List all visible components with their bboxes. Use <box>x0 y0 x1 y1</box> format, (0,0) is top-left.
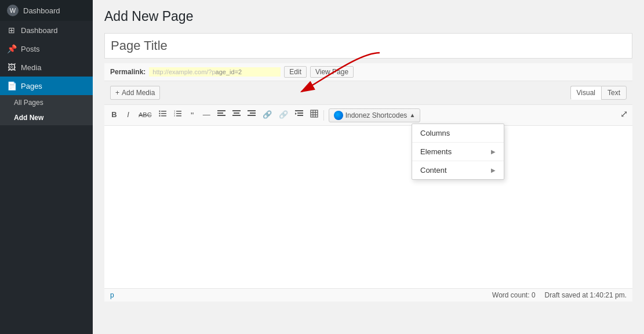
italic-button[interactable]: I <box>122 108 134 122</box>
add-new-label: Add New <box>14 114 43 122</box>
ordered-list-button[interactable]: 123 <box>171 108 185 122</box>
editor-path: p <box>110 291 114 299</box>
sidebar-item-dashboard[interactable]: ⊞ Dashboard <box>0 21 93 39</box>
svg-rect-2 <box>161 115 166 117</box>
sidebar-item-label: Pages <box>21 82 42 90</box>
svg-rect-8 <box>176 115 181 117</box>
svg-marker-24 <box>295 112 297 115</box>
permalink-url: http://example.com/?page_id=2 <box>149 67 281 77</box>
permalink-label: Permalink: <box>110 68 145 76</box>
sidebar-item-label: Media <box>21 63 41 72</box>
sidebar-item-add-new[interactable]: Add New <box>0 110 93 125</box>
strikethrough-button[interactable]: ABC <box>136 109 155 121</box>
sidebar-item-label: Dashboard <box>21 26 58 35</box>
draft-saved-status: Draft saved at 1:40:21 pm. <box>545 291 627 299</box>
svg-rect-25 <box>311 110 318 117</box>
svg-rect-22 <box>297 112 303 114</box>
all-pages-label: All Pages <box>14 99 43 107</box>
sidebar-item-media[interactable]: 🖼 Media <box>0 58 93 77</box>
format-toolbar: B I ABC 123 " — 🔗 🔗 <box>104 105 632 126</box>
dropdown-item-columns[interactable]: Columns <box>412 124 504 142</box>
page-title-input[interactable] <box>104 33 632 59</box>
main-content: Add New Page Permalink: http://example.c… <box>93 0 644 334</box>
media-icon: 🖼 <box>7 63 16 72</box>
svg-rect-6 <box>176 111 181 112</box>
svg-rect-7 <box>176 113 181 114</box>
tab-text[interactable]: Text <box>601 86 627 100</box>
page-title: Add New Page <box>104 9 632 24</box>
tab-visual[interactable]: Visual <box>570 86 601 100</box>
indonez-label: Indonez Shortcodes <box>345 111 407 119</box>
hrule-button[interactable]: — <box>200 108 213 122</box>
word-count: Word count: 0 <box>492 291 536 299</box>
table-button[interactable] <box>307 108 321 122</box>
sidebar-item-pages[interactable]: 📄 Pages <box>0 77 93 95</box>
svg-rect-12 <box>217 110 225 111</box>
path-label[interactable]: p <box>110 291 114 299</box>
align-left-button[interactable] <box>214 108 228 122</box>
expand-editor-button[interactable]: ⤢ <box>620 108 628 119</box>
add-media-icon: + <box>115 89 119 97</box>
bold-button[interactable]: B <box>108 108 121 122</box>
sidebar-submenu-pages: All Pages Add New <box>0 95 93 125</box>
svg-rect-1 <box>161 113 166 114</box>
permalink-view-button[interactable]: View Page <box>310 66 354 78</box>
align-right-button[interactable] <box>245 108 259 122</box>
editor-footer: p Word count: 0 Draft saved at 1:40:21 p… <box>104 288 632 302</box>
svg-rect-23 <box>297 115 303 116</box>
unlink-button[interactable]: 🔗 <box>276 108 291 122</box>
unordered-list-button[interactable] <box>156 108 170 122</box>
columns-label: Columns <box>420 129 450 137</box>
indonez-arrow: ▲ <box>409 112 415 118</box>
pages-icon: 📄 <box>7 81 16 90</box>
sidebar-item-all-pages[interactable]: All Pages <box>0 95 93 110</box>
word-count-label: Word count: <box>492 291 529 299</box>
svg-rect-19 <box>250 112 256 114</box>
indonez-dropdown: Columns Elements ▶ Content ▶ <box>412 124 504 180</box>
posts-icon: 📌 <box>7 44 16 53</box>
wp-icon: W <box>7 5 19 16</box>
blockquote-button[interactable]: " <box>186 107 199 123</box>
link-button[interactable]: 🔗 <box>260 108 275 122</box>
svg-text:3: 3 <box>174 114 176 117</box>
svg-rect-21 <box>295 110 303 111</box>
elements-label: Elements <box>420 147 452 156</box>
svg-rect-0 <box>161 111 166 112</box>
svg-rect-16 <box>234 112 239 114</box>
svg-rect-15 <box>232 110 241 111</box>
dropdown-item-content[interactable]: Content ▶ <box>412 161 504 179</box>
indent-button[interactable] <box>292 108 306 122</box>
svg-rect-14 <box>217 115 225 116</box>
svg-point-5 <box>159 115 160 116</box>
indonez-icon <box>334 111 343 120</box>
sidebar-logo-label: Dashboard <box>23 6 60 15</box>
dropdown-item-elements[interactable]: Elements ▶ <box>412 143 504 161</box>
svg-point-4 <box>159 112 160 114</box>
word-count-value: 0 <box>532 291 536 299</box>
sidebar-logo: W Dashboard <box>0 0 93 21</box>
svg-rect-17 <box>232 115 241 116</box>
editor-content-area[interactable] <box>104 126 632 288</box>
add-media-label: Add Media <box>122 89 155 97</box>
content-label: Content <box>420 166 447 175</box>
indonez-shortcodes-button[interactable]: Indonez Shortcodes ▲ <box>329 108 421 122</box>
svg-rect-20 <box>248 115 256 116</box>
elements-arrow: ▶ <box>491 148 496 155</box>
svg-point-3 <box>159 110 160 111</box>
sidebar-item-label: Posts <box>21 45 40 53</box>
align-center-button[interactable] <box>230 108 243 122</box>
add-media-button[interactable]: + Add Media <box>110 86 160 100</box>
svg-rect-13 <box>217 112 223 114</box>
permalink-edit-button[interactable]: Edit <box>284 66 307 78</box>
sidebar: W Dashboard ⊞ Dashboard 📌 Posts 🖼 Media … <box>0 0 93 334</box>
sidebar-item-posts[interactable]: 📌 Posts <box>0 39 93 58</box>
permalink-bar: Permalink: http://example.com/?page_id=2… <box>104 63 632 81</box>
visual-text-tabs: Visual Text <box>570 86 627 100</box>
editor-toolbar-row: + Add Media Visual Text <box>104 81 632 105</box>
toolbar-separator <box>323 110 324 121</box>
content-arrow: ▶ <box>491 167 496 173</box>
svg-rect-18 <box>248 110 256 111</box>
dashboard-icon: ⊞ <box>7 26 16 35</box>
